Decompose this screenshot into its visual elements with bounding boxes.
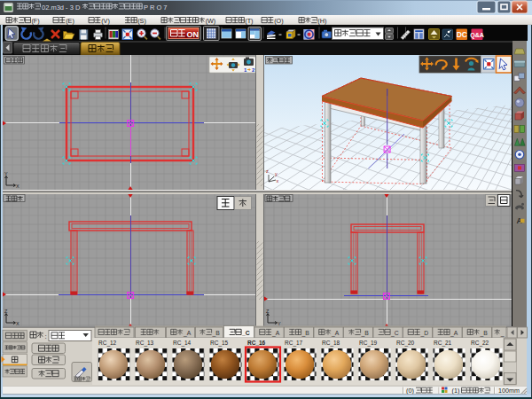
svg-text:_B: _B bbox=[212, 330, 221, 337]
svg-text:(F): (F) bbox=[31, 17, 39, 25]
svg-text:(O): (O) bbox=[274, 17, 283, 25]
svg-text:P R O 7: P R O 7 bbox=[144, 4, 168, 12]
svg-text:ON: ON bbox=[187, 30, 200, 39]
svg-text:RC_18: RC_18 bbox=[322, 340, 340, 347]
svg-text:_B: _B bbox=[361, 330, 370, 337]
svg-text:RC_20: RC_20 bbox=[396, 340, 415, 347]
svg-text:02.m3d - 3 D: 02.m3d - 3 D bbox=[42, 4, 81, 12]
svg-text:RC_21: RC_21 bbox=[434, 340, 452, 347]
svg-text:_B: _B bbox=[480, 330, 489, 337]
svg-text:100mm: 100mm bbox=[498, 387, 520, 395]
svg-text:Q&A: Q&A bbox=[470, 32, 484, 39]
svg-text:z: z bbox=[266, 168, 269, 174]
svg-text:RC_12: RC_12 bbox=[98, 340, 117, 347]
svg-text:_D: _D bbox=[420, 330, 429, 337]
svg-text:x: x bbox=[277, 178, 279, 184]
svg-text:RC_15: RC_15 bbox=[210, 340, 229, 347]
svg-text:(T): (T) bbox=[245, 17, 253, 25]
svg-text:_: _ bbox=[500, 330, 505, 337]
svg-text:RC_17: RC_17 bbox=[285, 340, 303, 347]
svg-text:_C: _C bbox=[390, 330, 399, 337]
svg-text:(0): (0) bbox=[406, 387, 414, 395]
svg-text:y: y bbox=[275, 171, 278, 176]
svg-text:Y: Y bbox=[278, 321, 281, 326]
svg-text:RC_22: RC_22 bbox=[471, 340, 489, 347]
svg-text:_B: _B bbox=[301, 330, 310, 337]
svg-text:_A: _A bbox=[450, 330, 458, 337]
svg-text:(W): (W) bbox=[206, 17, 216, 25]
svg-text:(1): (1) bbox=[452, 387, 460, 395]
svg-text:X: X bbox=[16, 321, 20, 326]
svg-text:Y: Y bbox=[4, 171, 8, 176]
svg-text:DC: DC bbox=[457, 30, 467, 39]
svg-text:(V): (V) bbox=[101, 17, 110, 25]
svg-text:(S): (S) bbox=[137, 17, 146, 25]
svg-text:_A: _A bbox=[271, 330, 280, 337]
svg-text:RC_16: RC_16 bbox=[247, 340, 266, 346]
svg-text:X: X bbox=[16, 184, 20, 189]
svg-text:RC_19: RC_19 bbox=[359, 340, 378, 347]
svg-text:RC_14: RC_14 bbox=[173, 340, 192, 347]
svg-text:(E): (E) bbox=[66, 17, 74, 25]
svg-text:(H): (H) bbox=[317, 17, 326, 25]
svg-text::: : bbox=[45, 332, 47, 340]
svg-text:_C: _C bbox=[241, 330, 250, 336]
svg-text:_A: _A bbox=[331, 330, 340, 337]
svg-text:_A: _A bbox=[183, 330, 192, 337]
svg-text:RC_13: RC_13 bbox=[136, 340, 154, 347]
